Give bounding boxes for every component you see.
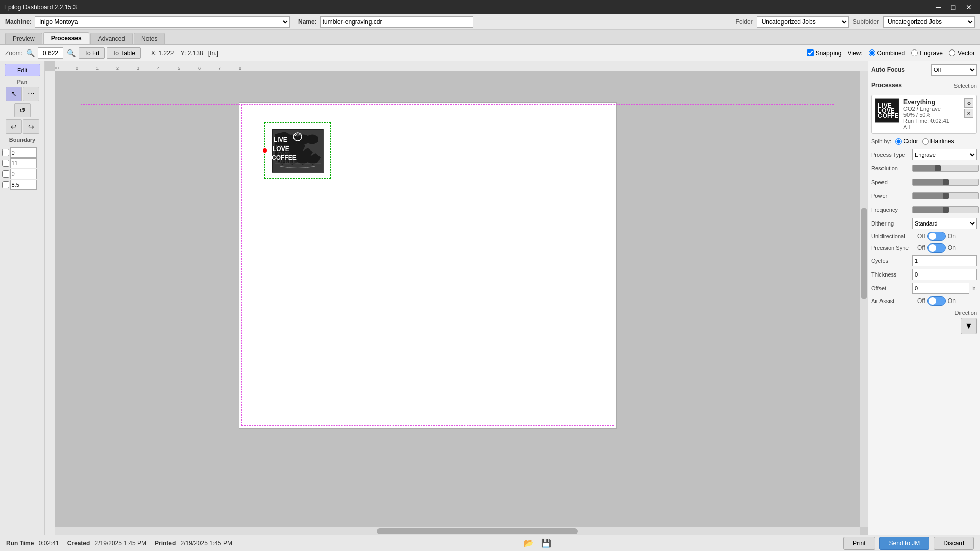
processes-section-header: Processes	[871, 82, 902, 89]
vertical-scrollbar[interactable]	[860, 71, 868, 527]
cycles-control	[912, 255, 977, 266]
to-fit-button[interactable]: To Fit	[79, 47, 105, 59]
boundary-input-2[interactable]	[10, 158, 37, 168]
save-file-button[interactable]: 💾	[539, 536, 553, 550]
power-slider[interactable]	[912, 192, 979, 199]
boundary-check-4[interactable]	[2, 181, 9, 188]
svg-text:LIVE: LIVE	[274, 136, 287, 143]
canvas-area[interactable]: in. 0 1 2 3 4 5 6 7 8	[45, 61, 868, 535]
boundary-input-1[interactable]	[10, 147, 37, 158]
redo-tool[interactable]: ↪	[23, 119, 39, 134]
split-color-radio[interactable]	[895, 138, 902, 145]
minimize-button[interactable]: ─	[931, 2, 945, 12]
dithering-row: Dithering Standard None Floyd-Steinberg	[871, 218, 977, 229]
unidirectional-on-text: On	[948, 233, 956, 240]
boundary-check-3[interactable]	[2, 170, 9, 178]
tab-preview[interactable]: Preview	[5, 33, 42, 44]
status-buttons: Print Send to JM Discard	[843, 537, 974, 550]
cycles-input[interactable]	[912, 255, 977, 266]
speed-control: %	[912, 177, 980, 188]
boundary-section	[2, 147, 43, 190]
process-settings-button[interactable]: ⚙	[964, 98, 973, 108]
air-assist-row: Air Assist Off On	[871, 296, 977, 306]
edit-button[interactable]: Edit	[5, 64, 40, 76]
offset-input[interactable]	[912, 283, 969, 294]
svg-text:COFFEE: COFFEE	[272, 154, 297, 161]
close-button[interactable]: ✕	[962, 2, 976, 12]
precision-sync-toggle[interactable]	[927, 243, 946, 253]
undo-tool[interactable]: ↩	[6, 119, 22, 134]
name-input[interactable]	[320, 16, 473, 28]
printed-display: Printed 2/19/2025 1:45 PM	[155, 540, 232, 547]
snapping-group: Snapping	[807, 49, 842, 57]
select-tool[interactable]: ↖	[6, 87, 22, 101]
to-table-button[interactable]: To Table	[107, 47, 140, 59]
tools-row2: ↺	[14, 103, 31, 117]
horizontal-scrollbar[interactable]	[55, 527, 860, 535]
horizontal-scrollbar-thumb[interactable]	[377, 528, 578, 534]
zoom-in-button[interactable]: 🔍	[65, 47, 77, 59]
tab-processes[interactable]: Processes	[43, 32, 89, 44]
boundary-check-2[interactable]	[2, 160, 9, 167]
view-engrave-radio[interactable]	[911, 49, 918, 56]
unidirectional-toggle[interactable]	[927, 232, 946, 241]
folder-select[interactable]: Uncategorized Jobs	[757, 16, 849, 28]
direction-label: Direction	[871, 310, 977, 316]
machine-label: Machine:	[5, 18, 32, 26]
discard-button[interactable]: Discard	[934, 537, 974, 550]
auto-focus-select[interactable]: Off On	[931, 64, 977, 76]
split-hairlines-option[interactable]: Hairlines	[922, 138, 954, 145]
boundary-check-1[interactable]	[2, 149, 9, 156]
speed-slider[interactable]	[912, 179, 979, 186]
split-color-option[interactable]: Color	[895, 138, 918, 145]
boundary-input-4[interactable]	[10, 180, 37, 190]
view-vector-radio[interactable]	[949, 49, 955, 56]
cycles-row: Cycles	[871, 255, 977, 266]
process-delete-button[interactable]: ✕	[964, 109, 973, 118]
ruler-top: in. 0 1 2 3 4 5 6 7 8	[55, 61, 868, 71]
view-combined-radio[interactable]	[869, 49, 875, 56]
coords-display: X: 1.222 Y: 2.138 [In.]	[151, 49, 218, 57]
direction-section: Direction ▼	[871, 310, 977, 334]
print-button[interactable]: Print	[843, 537, 875, 550]
vertical-scrollbar-thumb[interactable]	[861, 208, 867, 299]
app-title: Epilog Dashboard 2.2.15.3	[4, 4, 77, 11]
direction-button[interactable]: ▼	[961, 318, 977, 334]
process-type-label: Process Type	[871, 152, 912, 158]
frequency-row: Frequency	[871, 204, 977, 215]
tools-row: ↖ ⋯	[6, 87, 39, 101]
ruler-tick: 4	[157, 66, 160, 71]
boundary-input-3[interactable]	[10, 169, 37, 179]
zoom-input[interactable]	[38, 47, 63, 59]
dithering-label: Dithering	[871, 220, 912, 227]
canvas-background[interactable]: LIVE LOVE COFFEE LIVE LOVE COFFEE	[55, 71, 860, 527]
zoom-out-button[interactable]: 🔍	[24, 47, 36, 59]
split-hairlines-radio[interactable]	[922, 138, 929, 145]
frequency-slider[interactable]	[912, 206, 979, 213]
boundary-row-4	[2, 180, 43, 190]
artwork-container[interactable]: LIVE LOVE COFFEE LIVE LOVE COFFEE	[264, 122, 331, 179]
snapping-checkbox[interactable]	[807, 49, 814, 56]
pan-tool[interactable]: ⋯	[23, 87, 39, 101]
subfolder-select[interactable]: Uncategorized Jobs	[883, 16, 975, 28]
resolution-row: Resolution	[871, 163, 977, 174]
name-label: Name:	[298, 18, 317, 26]
dithering-select[interactable]: Standard None Floyd-Steinberg	[912, 218, 977, 229]
tab-advanced[interactable]: Advanced	[90, 33, 133, 44]
air-assist-toggle[interactable]	[927, 296, 946, 306]
send-to-jm-button[interactable]: Send to JM	[879, 537, 930, 550]
machine-select[interactable]: Inigo Montoya	[35, 16, 290, 28]
unidirectional-label: Unidirectional	[871, 233, 917, 239]
resolution-slider[interactable]	[912, 165, 979, 172]
refresh-tool[interactable]: ↺	[14, 103, 31, 117]
process-type-select[interactable]: Engrave Vector	[912, 149, 977, 160]
cycles-label: Cycles	[871, 258, 912, 264]
load-file-button[interactable]: 📂	[522, 536, 536, 550]
thickness-input[interactable]	[912, 269, 977, 280]
tab-notes[interactable]: Notes	[134, 33, 165, 44]
dithering-control: Standard None Floyd-Steinberg	[912, 218, 977, 229]
pan-label: Pan	[17, 79, 27, 85]
boundary-label: Boundary	[9, 137, 35, 143]
folder-label: Folder	[736, 18, 753, 26]
maximize-button[interactable]: □	[946, 2, 961, 12]
